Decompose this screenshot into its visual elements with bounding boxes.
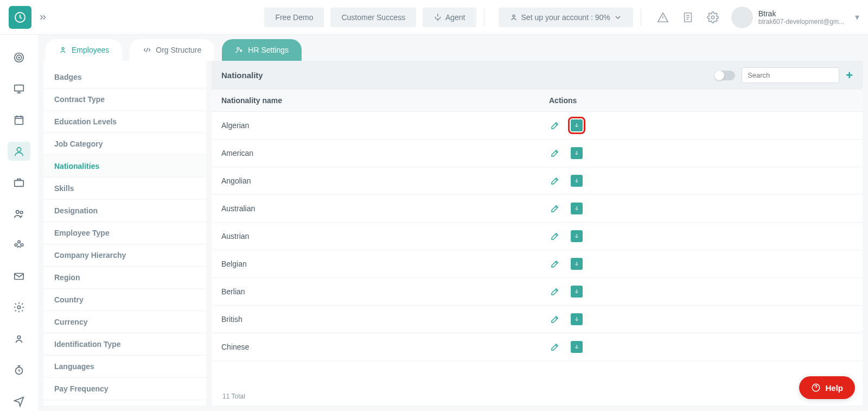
help-button[interactable]: Help [799, 376, 855, 399]
settings-item-country[interactable]: Country [43, 289, 206, 311]
settings-item-job-category[interactable]: Job Category [43, 133, 206, 155]
settings-item-company-hierarchy[interactable]: Company Hierarchy [43, 244, 206, 267]
app-logo[interactable] [9, 6, 31, 29]
chevron-down-icon: ▾ [855, 12, 859, 22]
expand-sidebar-button[interactable] [38, 12, 48, 22]
settings-item-currency[interactable]: Currency [43, 311, 206, 333]
svg-point-3 [711, 16, 714, 19]
svg-point-14 [15, 244, 17, 246]
settings-item-contract-type[interactable]: Contract Type [43, 88, 206, 111]
rail-calendar-icon[interactable] [8, 110, 30, 130]
content-area: Employees Org Structure HR Settings Badg… [38, 35, 868, 411]
edit-icon[interactable] [549, 313, 561, 325]
tab-label: Employees [72, 46, 109, 54]
svg-point-1 [513, 15, 515, 17]
edit-icon[interactable] [549, 286, 561, 298]
table-row: American [212, 140, 863, 167]
edit-icon[interactable] [549, 147, 561, 159]
settings-item-skills[interactable]: Skills [43, 178, 206, 200]
col-name-header: Nationality name [221, 96, 549, 105]
edit-icon[interactable] [549, 119, 561, 131]
row-actions [549, 286, 853, 298]
edit-icon[interactable] [549, 341, 561, 353]
tab-hr-settings[interactable]: HR Settings [222, 39, 302, 61]
add-button[interactable]: + [846, 69, 853, 81]
tab-org-structure[interactable]: Org Structure [130, 39, 214, 61]
settings-sidebar: BadgesContract TypeEducation LevelsJob C… [43, 61, 206, 406]
svg-point-4 [15, 53, 24, 62]
svg-point-13 [18, 241, 21, 243]
rail-target-icon[interactable] [8, 48, 30, 67]
archive-icon[interactable] [571, 313, 583, 325]
nationality-name: American [221, 149, 549, 157]
user-email: btrak607-development@gm... [758, 18, 844, 26]
document-icon[interactable] [677, 7, 699, 28]
archive-icon[interactable] [571, 230, 583, 242]
settings-item-languages[interactable]: Languages [43, 356, 206, 378]
tab-label: HR Settings [248, 46, 289, 54]
table-row: Australian [212, 195, 863, 223]
alert-icon[interactable] [652, 7, 674, 28]
settings-item-identification-type[interactable]: Identification Type [43, 333, 206, 356]
rail-gear-icon[interactable] [8, 298, 30, 318]
nationality-name: Belgian [221, 260, 549, 268]
rail-monitor-icon[interactable] [8, 79, 30, 99]
table-row: Austrian [212, 223, 863, 250]
archive-icon[interactable] [571, 119, 583, 131]
settings-item-nationalities[interactable]: Nationalities [43, 155, 206, 178]
settings-item-region[interactable]: Region [43, 267, 206, 289]
user-menu[interactable]: Btrak btrak607-development@gm... ▾ [731, 7, 859, 28]
rail-clock-icon[interactable] [8, 361, 30, 380]
svg-point-18 [17, 336, 21, 339]
archive-icon[interactable] [571, 341, 583, 353]
svg-point-6 [18, 57, 20, 58]
table-body[interactable]: AlgerianAmericanAngolianAustralianAustri… [212, 112, 863, 387]
customer-success-button[interactable]: Customer Success [330, 8, 416, 27]
rail-location-icon[interactable] [8, 391, 30, 411]
settings-item-badges[interactable]: Badges [43, 66, 206, 88]
row-actions [549, 175, 853, 187]
settings-item-education-levels[interactable]: Education Levels [43, 111, 206, 133]
tab-employees[interactable]: Employees [46, 39, 122, 61]
row-actions [549, 230, 853, 242]
svg-point-12 [20, 211, 23, 214]
svg-rect-10 [15, 180, 24, 186]
avatar [731, 7, 753, 28]
edit-icon[interactable] [549, 230, 561, 242]
rail-briefcase-icon[interactable] [8, 173, 30, 192]
rail-users-icon[interactable] [8, 204, 30, 224]
archive-icon[interactable] [571, 286, 583, 298]
table-row: Algerian [212, 112, 863, 140]
row-actions [549, 313, 853, 325]
settings-item-designation[interactable]: Designation [43, 200, 206, 222]
archive-toggle[interactable] [714, 71, 735, 80]
archive-icon[interactable] [571, 258, 583, 270]
edit-icon[interactable] [549, 258, 561, 270]
svg-rect-8 [15, 117, 23, 125]
rail-person-icon[interactable] [8, 142, 30, 161]
search-input[interactable] [742, 67, 839, 83]
archive-icon[interactable] [571, 175, 583, 187]
setup-label: Set up your account : 90% [521, 13, 610, 22]
edit-icon[interactable] [549, 203, 561, 214]
svg-point-15 [21, 244, 23, 246]
svg-rect-7 [15, 85, 24, 91]
rail-mail-icon[interactable] [8, 267, 30, 286]
nationality-name: Australian [221, 204, 549, 213]
edit-icon[interactable] [549, 175, 561, 187]
settings-item-pay-frequency[interactable]: Pay Frequency [43, 378, 206, 400]
setup-account-button[interactable]: Set up your account : 90% [499, 8, 633, 27]
table-row: Angolian [212, 167, 863, 195]
settings-icon[interactable] [702, 7, 724, 28]
free-demo-button[interactable]: Free Demo [264, 8, 324, 27]
archive-icon[interactable] [571, 203, 583, 214]
svg-point-22 [240, 50, 242, 52]
table-row: Chinese [212, 333, 863, 361]
rail-profile-icon[interactable] [8, 329, 30, 349]
table-row: Belgian [212, 250, 863, 278]
settings-item-employee-type[interactable]: Employee Type [43, 222, 206, 244]
archive-icon[interactable] [571, 147, 583, 159]
nationality-panel: Nationality + Nationality name Actions A… [212, 61, 863, 406]
rail-team-icon[interactable] [8, 235, 30, 255]
agent-button[interactable]: Agent [423, 8, 476, 27]
